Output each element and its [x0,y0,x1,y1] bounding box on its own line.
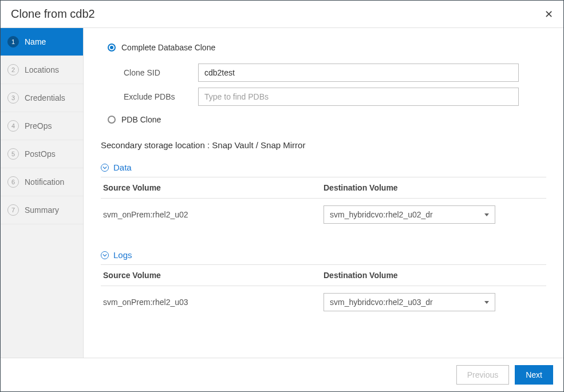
modal-footer: Previous Next [1,358,563,391]
step-number: 6 [7,176,19,188]
step-number: 1 [7,36,19,47]
step-summary[interactable]: 7 Summary [1,196,83,224]
logs-section-title: Logs [113,250,132,260]
clone-sid-row: Clone SID [124,64,546,82]
step-notification[interactable]: 6 Notification [1,168,83,196]
clone-sid-label: Clone SID [124,68,187,77]
modal-title: Clone from cdb2 [11,7,95,21]
table-row: svm_onPrem:rhel2_u02 svm_hybridcvo:rhel2… [101,199,546,237]
clone-type-pdb-row: PDB Clone [101,112,546,132]
step-preops[interactable]: 4 PreOps [1,112,83,140]
source-volume-value: svm_onPrem:rhel2_u03 [103,298,324,307]
pdb-clone-radio[interactable] [108,116,116,124]
destination-volume-select[interactable]: svm_hybridcvo:rhel2_u03_dr [324,293,495,311]
chevron-down-icon [101,164,109,172]
step-locations[interactable]: 2 Locations [1,56,83,84]
wizard-content: Complete Database Clone Clone SID Exclud… [84,28,563,358]
close-icon: ✕ [545,9,553,20]
complete-clone-radio[interactable] [108,43,116,52]
step-number: 7 [7,204,19,216]
exclude-pdbs-label: Exclude PDBs [124,92,187,101]
exclude-pdbs-row: Exclude PDBs [124,88,546,106]
step-number: 5 [7,148,19,160]
step-label: Locations [25,65,59,74]
data-section-toggle[interactable]: Data [101,163,546,172]
next-button[interactable]: Next [515,365,553,385]
step-label: Credentials [25,93,65,102]
table-header: Source Volume Destination Volume [101,264,546,286]
source-volume-header: Source Volume [103,271,324,280]
step-name[interactable]: 1 Name [1,28,83,56]
destination-volume-header: Destination Volume [324,271,544,280]
destination-volume-header: Destination Volume [324,183,544,192]
step-number: 2 [7,64,19,76]
step-label: PostOps [25,149,56,159]
step-credentials[interactable]: 3 Credentials [1,84,83,112]
secondary-storage-heading: Secondary storage location : Snap Vault … [101,140,546,150]
logs-section-toggle[interactable]: Logs [101,250,546,260]
modal-body: 1 Name 2 Locations 3 Credentials 4 PreOp… [1,28,563,358]
step-postops[interactable]: 5 PostOps [1,140,83,168]
exclude-pdbs-input[interactable] [198,88,519,106]
step-label: Summary [25,205,59,215]
pdb-clone-label: PDB Clone [121,115,161,124]
complete-clone-label: Complete Database Clone [121,43,215,52]
destination-volume-select[interactable]: svm_hybridcvo:rhel2_u02_dr [324,205,495,224]
modal-header: Clone from cdb2 ✕ [1,1,563,28]
table-row: svm_onPrem:rhel2_u03 svm_hybridcvo:rhel2… [101,286,546,325]
logs-table: Source Volume Destination Volume svm_onP… [101,264,546,325]
select-value: svm_hybridcvo:rhel2_u03_dr [330,298,433,307]
table-header: Source Volume Destination Volume [101,177,546,199]
wizard-sidebar: 1 Name 2 Locations 3 Credentials 4 PreOp… [1,28,84,358]
data-table: Source Volume Destination Volume svm_onP… [101,177,546,237]
previous-button[interactable]: Previous [456,365,509,385]
caret-down-icon [484,301,489,304]
source-volume-value: svm_onPrem:rhel2_u02 [103,210,324,219]
select-value: svm_hybridcvo:rhel2_u02_dr [330,210,433,219]
step-number: 3 [7,92,19,104]
source-volume-header: Source Volume [103,183,324,192]
step-label: Notification [25,177,64,187]
caret-down-icon [484,213,489,216]
close-button[interactable]: ✕ [545,8,553,21]
data-section-title: Data [113,163,132,172]
chevron-down-icon [101,251,109,259]
step-number: 4 [7,120,19,132]
step-label: PreOps [25,121,52,130]
clone-type-complete-row: Complete Database Clone [101,39,546,60]
clone-modal: Clone from cdb2 ✕ 1 Name 2 Locations 3 C… [0,0,564,392]
clone-sid-input[interactable] [198,64,519,82]
step-label: Name [25,37,46,46]
